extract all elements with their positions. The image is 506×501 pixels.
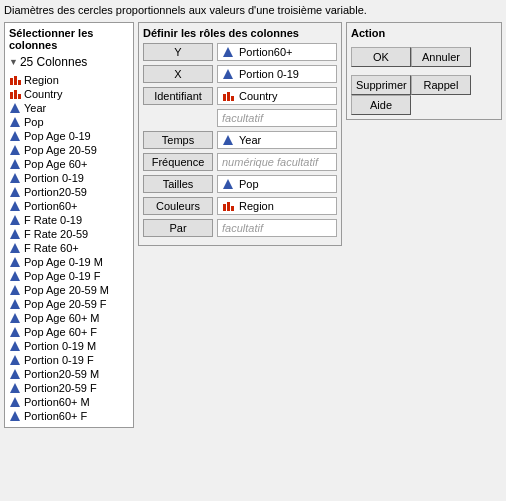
list-item[interactable]: Pop Age 20-59 M xyxy=(9,283,129,297)
triangle-icon xyxy=(9,116,21,128)
svg-rect-3 xyxy=(10,92,13,99)
list-item[interactable]: Pop Age 20-59 xyxy=(9,143,129,157)
list-item[interactable]: Portion60+ F xyxy=(9,409,129,423)
column-name: Pop Age 60+ F xyxy=(24,326,97,338)
column-name: Portion20-59 xyxy=(24,186,87,198)
svg-marker-27 xyxy=(10,397,20,407)
role-label-button[interactable]: Tailles xyxy=(143,175,213,193)
svg-marker-29 xyxy=(223,47,233,57)
list-item[interactable]: Portion 0-19 F xyxy=(9,353,129,367)
role-value-text: Portion 0-19 xyxy=(239,68,299,80)
role-value-placeholder: facultatif xyxy=(217,109,337,127)
svg-marker-21 xyxy=(10,313,20,323)
svg-marker-14 xyxy=(10,215,20,225)
triangle-icon xyxy=(222,46,234,58)
list-item[interactable]: F Rate 20-59 xyxy=(9,227,129,241)
bar-chart-icon xyxy=(222,90,234,102)
triangle-icon xyxy=(222,134,234,146)
annuler-button[interactable]: Annuler xyxy=(411,47,471,67)
column-name: F Rate 0-19 xyxy=(24,214,82,226)
column-name: Portion 0-19 F xyxy=(24,354,94,366)
column-name: Portion 0-19 xyxy=(24,172,84,184)
role-value: Portion60+ xyxy=(217,43,337,61)
role-label-button[interactable]: Par xyxy=(143,219,213,237)
supprimer-button[interactable]: Supprimer xyxy=(351,75,411,95)
list-item[interactable]: F Rate 0-19 xyxy=(9,213,129,227)
left-panel: Sélectionner les colonnes ▼ 25 Colonnes … xyxy=(4,22,134,428)
column-name: Pop xyxy=(24,116,44,128)
ok-button[interactable]: OK xyxy=(351,47,411,67)
role-value-text: Portion60+ xyxy=(239,46,293,58)
list-item[interactable]: Portion20-59 M xyxy=(9,367,129,381)
role-row: Fréquencenumérique facultatif xyxy=(143,153,337,171)
list-item[interactable]: Pop Age 60+ xyxy=(9,157,129,171)
role-value-text: Country xyxy=(239,90,278,102)
role-label-button[interactable]: Couleurs xyxy=(143,197,213,215)
svg-rect-0 xyxy=(10,78,13,85)
triangle-icon xyxy=(9,270,21,282)
triangle-icon xyxy=(9,130,21,142)
aide-button[interactable]: Aide xyxy=(351,95,411,115)
list-item[interactable]: Country xyxy=(9,87,129,101)
rappel-button[interactable]: Rappel xyxy=(411,75,471,95)
role-label-button[interactable]: X xyxy=(143,65,213,83)
list-item[interactable]: Region xyxy=(9,73,129,87)
list-item[interactable]: Portion60+ M xyxy=(9,395,129,409)
svg-rect-33 xyxy=(231,96,234,101)
role-label-button[interactable]: Y xyxy=(143,43,213,61)
triangle-icon xyxy=(9,172,21,184)
column-name: Country xyxy=(24,88,63,100)
list-item[interactable]: Portion60+ xyxy=(9,199,129,213)
list-item[interactable]: Portion 0-19 M xyxy=(9,339,129,353)
column-name: Portion60+ xyxy=(24,200,78,212)
role-label-button[interactable]: Identifiant xyxy=(143,87,213,105)
svg-marker-9 xyxy=(10,145,20,155)
triangle-icon xyxy=(9,228,21,240)
role-value: Pop xyxy=(217,175,337,193)
triangle-icon xyxy=(9,396,21,408)
role-value: facultatif xyxy=(217,219,337,237)
middle-panel-title: Définir les rôles des colonnes xyxy=(143,27,337,39)
column-name: Portion60+ F xyxy=(24,410,87,422)
role-label-button[interactable]: Fréquence xyxy=(143,153,213,171)
svg-marker-23 xyxy=(10,341,20,351)
svg-marker-7 xyxy=(10,117,20,127)
list-item[interactable]: Pop Age 20-59 F xyxy=(9,297,129,311)
list-item[interactable]: Portion20-59 xyxy=(9,185,129,199)
column-name: F Rate 20-59 xyxy=(24,228,88,240)
list-item[interactable]: Portion 0-19 xyxy=(9,171,129,185)
list-item[interactable]: Pop Age 0-19 F xyxy=(9,269,129,283)
role-row: YPortion60+ xyxy=(143,43,337,61)
svg-marker-12 xyxy=(10,187,20,197)
list-item[interactable]: F Rate 60+ xyxy=(9,241,129,255)
svg-rect-1 xyxy=(14,76,17,85)
svg-marker-26 xyxy=(10,383,20,393)
role-value-text: Year xyxy=(239,134,261,146)
triangle-icon xyxy=(9,382,21,394)
svg-marker-20 xyxy=(10,299,20,309)
triangle-icon xyxy=(9,200,21,212)
list-item[interactable]: Pop Age 60+ M xyxy=(9,311,129,325)
triangle-icon xyxy=(9,326,21,338)
column-name: Pop Age 20-59 xyxy=(24,144,97,156)
triangle-icon xyxy=(9,298,21,310)
column-name: Region xyxy=(24,74,59,86)
list-item[interactable]: Year xyxy=(9,101,129,115)
list-item[interactable]: Pop Age 60+ F xyxy=(9,325,129,339)
list-item[interactable]: Portion20-59 F xyxy=(9,381,129,395)
svg-rect-38 xyxy=(231,206,234,211)
right-panel-title: Action xyxy=(351,27,497,39)
column-name: Pop Age 0-19 F xyxy=(24,270,100,282)
svg-rect-36 xyxy=(223,204,226,211)
list-item[interactable]: Pop Age 0-19 M xyxy=(9,255,129,269)
role-label-button[interactable]: Temps xyxy=(143,131,213,149)
bar-chart-icon xyxy=(9,74,21,86)
svg-marker-10 xyxy=(10,159,20,169)
svg-marker-24 xyxy=(10,355,20,365)
svg-marker-25 xyxy=(10,369,20,379)
list-item[interactable]: Pop xyxy=(9,115,129,129)
columns-dropdown[interactable]: ▼ 25 Colonnes xyxy=(9,55,129,69)
svg-rect-31 xyxy=(223,94,226,101)
list-item[interactable]: Pop Age 0-19 xyxy=(9,129,129,143)
column-name: Pop Age 20-59 F xyxy=(24,298,107,310)
